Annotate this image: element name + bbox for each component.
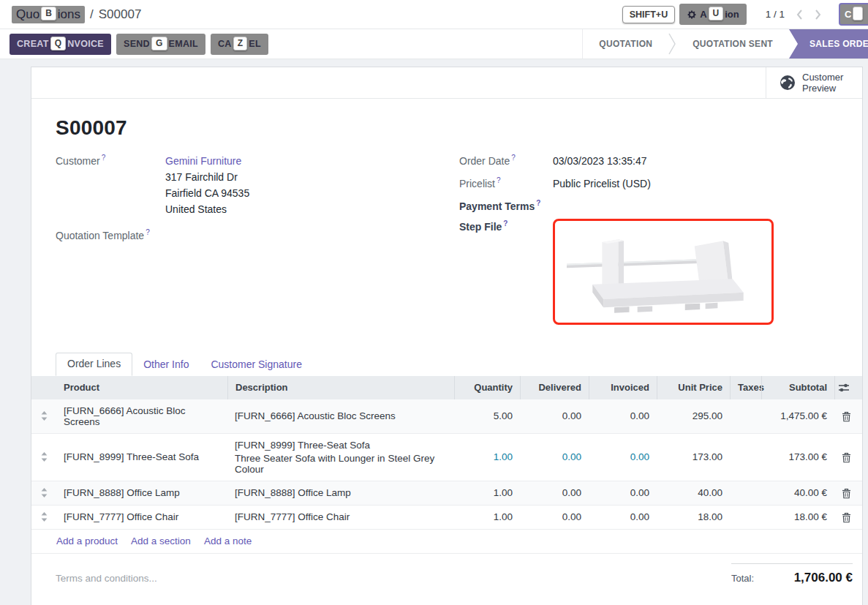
help-icon: ? — [536, 199, 540, 207]
add-line-links: Add a product Add a section Add a note — [31, 530, 862, 554]
tab-other-info[interactable]: Other Info — [132, 354, 200, 376]
form-view: Customer Preview S00007 Customer? Gemini… — [0, 59, 868, 605]
gear-icon — [687, 10, 697, 20]
field-customer: Customer? Gemini Furniture 317 Fairchild… — [56, 153, 459, 217]
customer-address-line: 317 Fairchild Dr — [165, 169, 249, 185]
action-label-post: ion — [725, 9, 739, 20]
action-label-pre: A — [700, 9, 706, 20]
trash-icon — [842, 452, 851, 463]
table-row[interactable]: [FURN_6666] Acoustic Bloc Screens [FURN_… — [31, 399, 862, 434]
customer-label: Customer? — [56, 153, 165, 217]
cell-subtotal: 173.00 € — [761, 446, 834, 468]
delete-row-button[interactable] — [834, 446, 863, 469]
cell-taxes — [730, 410, 761, 422]
cell-invoiced: 0.00 — [589, 506, 657, 528]
table-row[interactable]: [FURN_8999] Three-Seat Sofa [FURN_8999] … — [31, 434, 862, 481]
breadcrumb-quotations-text-pre: Quo — [16, 7, 39, 22]
table-row[interactable]: [FURN_8888] Office Lamp [FURN_8888] Offi… — [31, 481, 862, 506]
step-file-image[interactable] — [553, 219, 774, 325]
payment-terms-label: Payment Terms? — [459, 198, 553, 212]
action-menu-button[interactable]: AUion — [679, 4, 747, 25]
cell-taxes — [730, 451, 761, 463]
order-date-value[interactable]: 03/03/2023 13:35:47 — [553, 153, 646, 169]
stage-quotation[interactable]: QUOTATION — [583, 29, 668, 59]
sheet-top-strip: Customer Preview — [31, 67, 862, 99]
pager-previous-button[interactable] — [796, 10, 803, 20]
drag-handle-icon[interactable] — [31, 506, 56, 527]
sliders-icon — [838, 383, 850, 393]
action-bar: CREATQNVOICE SENDGEMAIL CAZEL QUOTATION … — [0, 29, 868, 59]
breadcrumb-quotations[interactable]: QuoBions — [12, 6, 85, 23]
delete-row-button[interactable] — [834, 481, 863, 505]
customer-preview-button[interactable]: Customer Preview — [766, 67, 862, 98]
add-a-product-link[interactable]: Add a product — [56, 536, 118, 546]
customer-address-line: Fairfield CA 94535 — [165, 185, 249, 201]
tab-customer-signature[interactable]: Customer Signature — [200, 354, 313, 376]
chevron-right-icon — [815, 10, 821, 20]
help-icon: ? — [503, 219, 507, 228]
table-header-row: Product Description Quantity Delivered I… — [31, 376, 862, 399]
optional-columns-button[interactable] — [834, 376, 863, 399]
cell-invoiced: 0.00 — [589, 446, 657, 468]
delete-row-button[interactable] — [834, 506, 863, 529]
add-a-note-link[interactable]: Add a note — [204, 536, 252, 546]
pricelist-value[interactable]: Public Pricelist (USD) — [553, 176, 651, 192]
column-header-delivered[interactable]: Delivered — [520, 376, 589, 399]
handle-column-header — [31, 376, 56, 399]
field-payment-terms: Payment Terms? — [459, 198, 838, 212]
create-invoice-button[interactable]: CREATQNVOICE — [10, 34, 111, 55]
column-header-product[interactable]: Product — [56, 376, 227, 399]
stage-separator-icon — [668, 29, 676, 59]
field-pricelist: Pricelist? Public Pricelist (USD) — [459, 176, 838, 192]
globe-icon — [780, 75, 796, 91]
control-panel-right: SHIFT+U AUion 1 / 1 C — [622, 3, 868, 26]
odoo-window: QuoBions / S00007 SHIFT+U AUion 1 / 1 C … — [0, 0, 868, 605]
cancel-button[interactable]: CAZEL — [211, 34, 268, 55]
delete-row-button[interactable] — [834, 405, 863, 428]
column-header-invoiced[interactable]: Invoiced — [589, 376, 657, 399]
column-header-unit-price[interactable]: Unit Price — [657, 376, 730, 399]
pager-counter: 1 / 1 — [766, 9, 785, 20]
control-panel: QuoBions / S00007 SHIFT+U AUion 1 / 1 C — [0, 0, 868, 29]
cell-unit-price: 173.00 — [657, 446, 730, 468]
pager-next-button[interactable] — [815, 10, 821, 20]
cell-invoiced: 0.00 — [589, 481, 657, 504]
cell-quantity: 5.00 — [454, 405, 520, 427]
drag-handle-icon[interactable] — [31, 482, 56, 503]
field-grid: Customer? Gemini Furniture 317 Fairchild… — [56, 153, 838, 331]
cell-taxes — [730, 511, 761, 523]
stage-quotation-sent[interactable]: QUOTATION SENT — [676, 29, 789, 59]
table-row[interactable]: [FURN_7777] Office Chair [FURN_7777] Off… — [31, 506, 862, 530]
create-label: C — [845, 9, 851, 20]
order-date-label: Order Date? — [459, 153, 553, 169]
column-header-taxes[interactable]: Taxes — [730, 376, 761, 399]
drag-handle-icon[interactable] — [31, 446, 56, 467]
customer-link[interactable]: Gemini Furniture — [165, 155, 241, 167]
sheet-body: S00007 Customer? Gemini Furniture 317 Fa… — [31, 99, 862, 376]
create-button[interactable]: C — [839, 3, 868, 26]
send-email-button[interactable]: SENDGEMAIL — [116, 34, 205, 55]
add-a-section-link[interactable]: Add a section — [131, 536, 191, 546]
cancel-label-pre: CA — [218, 39, 232, 49]
cell-product: [FURN_8888] Office Lamp — [56, 481, 227, 504]
column-header-description[interactable]: Description — [227, 376, 454, 399]
stage-sales-order[interactable]: SALES ORDER — [789, 29, 868, 59]
help-icon: ? — [146, 228, 150, 236]
send-email-label-post: EMAIL — [169, 39, 198, 49]
terms-input[interactable]: Terms and conditions... — [56, 563, 157, 585]
hotkey-badge-create — [853, 7, 863, 20]
send-email-label-pre: SEND — [124, 39, 150, 49]
cell-subtotal: 18.00 € — [761, 506, 834, 528]
customer-preview-label: Customer Preview — [802, 72, 849, 94]
cell-delivered: 0.00 — [520, 481, 589, 504]
drag-handle-icon[interactable] — [31, 405, 56, 426]
tab-order-lines[interactable]: Order Lines — [56, 353, 132, 376]
column-header-subtotal[interactable]: Subtotal — [761, 376, 834, 399]
cell-invoiced: 0.00 — [589, 405, 657, 427]
quotation-template-label: Quotation Template? — [56, 228, 165, 241]
column-header-quantity[interactable]: Quantity — [454, 376, 520, 399]
cell-delivered: 0.00 — [520, 506, 589, 528]
cell-quantity: 1.00 — [454, 481, 520, 504]
create-invoice-label-post: NVOICE — [67, 39, 104, 49]
trash-icon — [842, 488, 851, 499]
